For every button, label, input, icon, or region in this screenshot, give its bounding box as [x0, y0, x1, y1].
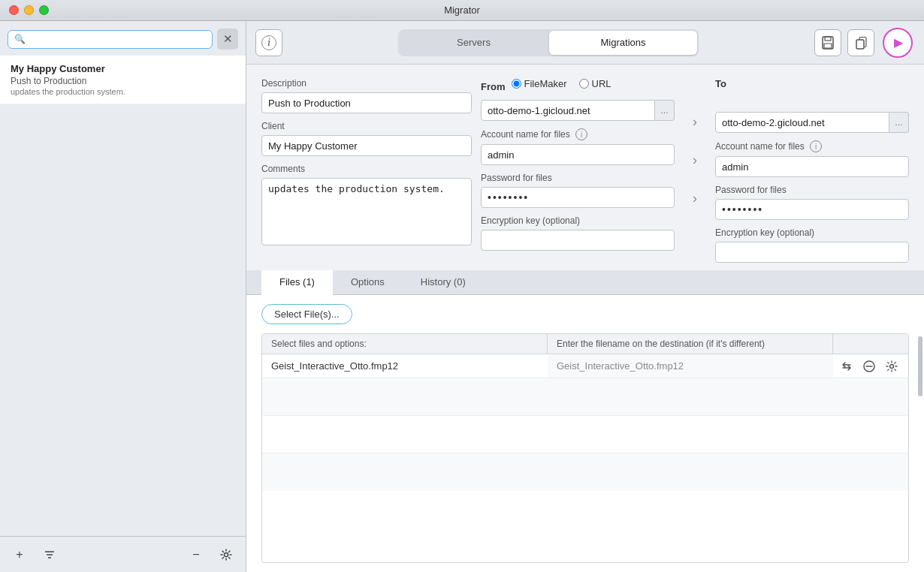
description-label: Description: [261, 78, 472, 89]
sidebar-item[interactable]: My Happy Customer Push to Production upd…: [0, 56, 246, 104]
files-table: Select files and options: Enter the file…: [261, 333, 909, 563]
radio-filemaker-text: FileMaker: [524, 78, 567, 89]
svg-rect-7: [856, 40, 864, 49]
from-form-col: From FileMaker URL: [481, 78, 675, 263]
minus-icon: −: [192, 548, 199, 561]
minimize-button[interactable]: [24, 5, 34, 15]
from-password-label: Password for files: [481, 173, 675, 183]
from-server-browse-button[interactable]: …: [655, 100, 675, 121]
to-account-input[interactable]: [715, 156, 909, 177]
filter-icon: [44, 549, 56, 561]
settings-button[interactable]: [213, 543, 240, 567]
remove-migration-button[interactable]: −: [183, 543, 210, 567]
from-encryption-input[interactable]: [481, 230, 675, 251]
to-password-label: Password for files: [715, 185, 909, 195]
add-migration-button[interactable]: +: [6, 543, 33, 567]
from-account-info-icon[interactable]: i: [575, 128, 587, 140]
search-input[interactable]: [29, 34, 206, 45]
save-icon: [820, 35, 835, 50]
row-actions: [833, 356, 908, 377]
source-filename: Geist_Interactive_Otto.fmp12: [262, 354, 548, 378]
titlebar: Migrator: [0, 0, 924, 21]
table-row: Geist_Interactive_Otto.fmp12: [262, 354, 908, 378]
search-clear-button[interactable]: ✕: [217, 29, 238, 50]
sidebar: 🔍 ✕ My Happy Customer Push to Production…: [0, 21, 246, 572]
to-label: To: [715, 78, 909, 89]
svg-point-3: [225, 552, 228, 556]
run-play-icon: ▶: [894, 35, 903, 50]
from-radio-group: FileMaker URL: [512, 78, 611, 89]
tab-servers[interactable]: Servers: [400, 31, 548, 55]
description-input[interactable]: [261, 92, 472, 113]
client-label: Client: [261, 121, 472, 131]
from-password-input[interactable]: [481, 187, 675, 208]
tab-migrations[interactable]: Migrations: [549, 31, 697, 55]
sidebar-item-name: My Happy Customer: [11, 63, 235, 74]
transfer-button[interactable]: [836, 356, 857, 377]
sidebar-item-description: updates the production system.: [11, 87, 235, 96]
from-encryption-label: Encryption key (optional): [481, 215, 675, 226]
to-encryption-label: Encryption key (optional): [715, 227, 909, 238]
empty-row-2: [262, 416, 908, 453]
radio-filemaker[interactable]: [512, 79, 521, 89]
add-icon: +: [16, 548, 23, 561]
clear-icon: ✕: [223, 32, 233, 46]
run-button-container: ↑ ▶: [880, 26, 915, 60]
save-button[interactable]: [814, 29, 841, 56]
radio-url-label[interactable]: URL: [579, 78, 611, 89]
tab-options[interactable]: Options: [333, 270, 403, 295]
form-grid: Description Client Comments updates the …: [261, 78, 909, 263]
from-account-input[interactable]: [481, 144, 675, 165]
svg-point-10: [890, 364, 894, 368]
files-col-actions: [833, 334, 908, 354]
dest-filename-cell: [548, 354, 833, 378]
to-encryption-input[interactable]: [715, 242, 909, 263]
close-button[interactable]: [9, 5, 19, 15]
arrow-right-password: ›: [693, 152, 697, 168]
search-bar: 🔍 ✕: [0, 21, 246, 56]
to-ellipsis-icon: …: [895, 118, 903, 127]
empty-row-1: [262, 378, 908, 416]
tab-files[interactable]: Files (1): [261, 270, 333, 295]
search-icon: 🔍: [14, 34, 26, 44]
to-server-input[interactable]: [715, 112, 889, 133]
from-label: From: [481, 81, 506, 92]
ellipsis-icon: …: [660, 106, 669, 115]
from-server-input-group: …: [481, 100, 675, 121]
select-files-button[interactable]: Select File(s)...: [261, 304, 352, 324]
dest-filename-input[interactable]: [557, 360, 824, 372]
filter-button[interactable]: [36, 543, 63, 567]
info-button[interactable]: i: [255, 29, 282, 56]
from-server-input[interactable]: [481, 100, 655, 121]
files-col-dest: Enter the filename on the destination (i…: [548, 334, 833, 354]
main-container: 🔍 ✕ My Happy Customer Push to Production…: [0, 21, 924, 572]
left-form-col: Description Client Comments updates the …: [261, 78, 472, 263]
search-input-wrap: 🔍: [8, 30, 213, 49]
to-server-browse-button[interactable]: …: [889, 112, 909, 133]
sub-tabs: Files (1) Options History (0): [246, 270, 924, 295]
arrow-right-account: ›: [693, 114, 697, 130]
sidebar-item-subtitle: Push to Production: [11, 76, 235, 86]
client-input[interactable]: [261, 135, 472, 156]
tab-history[interactable]: History (0): [403, 270, 484, 295]
to-server-input-group: …: [715, 112, 909, 133]
file-settings-button[interactable]: [881, 356, 902, 377]
comments-textarea[interactable]: updates the production system.: [261, 178, 472, 245]
to-password-input[interactable]: [715, 199, 909, 220]
to-account-info-icon[interactable]: i: [810, 140, 822, 152]
sidebar-list: My Happy Customer Push to Production upd…: [0, 56, 246, 536]
remove-file-button[interactable]: [859, 356, 880, 377]
copy-button[interactable]: [847, 29, 874, 56]
radio-url[interactable]: [579, 79, 589, 89]
run-button[interactable]: ▶: [883, 28, 913, 58]
comments-label: Comments: [261, 164, 472, 174]
to-account-label: Account name for files i: [715, 140, 909, 152]
arrow-right-encryption: ›: [693, 191, 697, 206]
window-controls: [9, 5, 49, 15]
from-header: From FileMaker URL: [481, 78, 675, 95]
maximize-button[interactable]: [39, 5, 49, 15]
files-table-body: Geist_Interactive_Otto.fmp12: [262, 354, 908, 562]
arrow-column: › › ›: [684, 78, 706, 263]
radio-filemaker-label[interactable]: FileMaker: [512, 78, 567, 89]
minus-circle-icon: [862, 360, 876, 373]
